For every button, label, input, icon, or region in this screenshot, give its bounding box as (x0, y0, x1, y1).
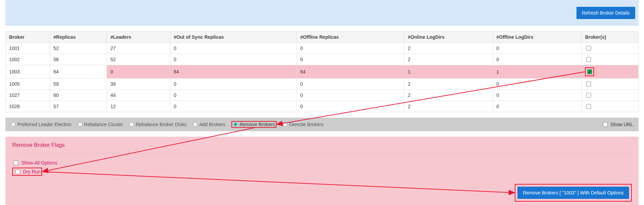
cell-broker: 1027 (6, 90, 50, 101)
radio-rebalance-cluster[interactable]: Rebalance Cluster (78, 122, 123, 127)
table-row: 100152270020 (6, 43, 639, 54)
radio-label: Preferred Leader Election (17, 122, 72, 127)
dry-run-toggle[interactable]: Dry Run (14, 168, 40, 175)
radio-label: Rebalance Broker Disks (136, 122, 187, 127)
cell-offline_logdirs: 0 (493, 79, 582, 90)
show-all-options-label: Show All Options (21, 160, 57, 166)
col-brokers-select: Broker(s) (582, 32, 639, 43)
table-row: 102760440020 (6, 90, 639, 101)
cell-replicas: 64 (50, 65, 107, 79)
flags-divider (12, 153, 632, 153)
col-out-of-sync: #Out of Sync Replicas (170, 32, 297, 43)
col-leaders: #Leaders (107, 32, 170, 43)
cell-out_of_sync: 0 (170, 101, 297, 112)
col-offline-logdirs: #Offline LogDirs (493, 32, 582, 43)
cell-broker: 1028 (6, 101, 50, 112)
cell-broker-select (582, 43, 639, 54)
cell-out_of_sync: 64 (170, 65, 297, 79)
cell-broker-select (582, 65, 639, 79)
cell-online_logdirs: 2 (404, 54, 493, 65)
radio-add-brokers[interactable]: Add Brokers (193, 122, 225, 127)
cell-broker-select (582, 79, 639, 90)
cell-replicas: 59 (50, 79, 107, 90)
show-url-label: Show URL (610, 122, 633, 127)
cell-leaders: 39 (107, 79, 170, 90)
radio-label: Demote Brokers (289, 122, 323, 127)
cell-online_logdirs: 2 (404, 101, 493, 112)
table-row: 1003640646411 (6, 65, 639, 79)
cell-replicas: 52 (50, 43, 107, 54)
cell-leaders: 0 (107, 65, 170, 79)
cell-online_logdirs: 2 (404, 79, 493, 90)
radio-label: Rebalance Cluster (84, 122, 123, 127)
remove-broker-flags-panel: Remove Broker Flags Show All Options Dry… (5, 137, 639, 205)
cell-broker: 1003 (6, 65, 50, 79)
cell-offline_replicas: 0 (297, 101, 404, 112)
cell-replicas: 57 (50, 101, 107, 112)
cell-offline_logdirs: 0 (493, 101, 582, 112)
broker-select-checkbox[interactable] (586, 93, 591, 98)
broker-select-checkbox[interactable] (586, 104, 591, 109)
cell-out_of_sync: 0 (170, 43, 297, 54)
cell-offline_logdirs: 0 (493, 43, 582, 54)
cell-online_logdirs: 2 (404, 90, 493, 101)
show-all-options-toggle[interactable]: Show All Options (12, 159, 57, 166)
action-bar: Preferred Leader Election Rebalance Clus… (5, 118, 639, 131)
col-broker: Broker (6, 32, 50, 43)
table-header-row: Broker #Replicas #Leaders #Out of Sync R… (6, 32, 639, 43)
cell-leaders: 12 (107, 101, 170, 112)
radio-preferred-leader-election[interactable]: Preferred Leader Election (11, 122, 72, 127)
refresh-broker-details-button[interactable]: Refresh Broker Details (576, 7, 635, 19)
top-bar: Refresh Broker Details (5, 0, 639, 26)
cell-offline_replicas: 64 (297, 65, 404, 79)
cell-broker: 1001 (6, 43, 50, 54)
cell-broker: 1005 (6, 79, 50, 90)
broker-select-checkbox[interactable] (586, 57, 591, 62)
table-row: 102857120020 (6, 101, 639, 112)
cell-offline_replicas: 0 (297, 54, 404, 65)
cell-online_logdirs: 2 (404, 43, 493, 54)
cell-broker: 1002 (6, 54, 50, 65)
cell-online_logdirs: 1 (404, 65, 493, 79)
col-offline-replicas: #Offline Replicas (297, 32, 404, 43)
cell-offline_logdirs: 0 (493, 54, 582, 65)
cell-broker-select (582, 54, 639, 65)
remove-brokers-submit-button[interactable]: Remove Brokers [ "1003" ] With Default O… (517, 187, 629, 199)
cell-out_of_sync: 0 (170, 54, 297, 65)
cell-out_of_sync: 0 (170, 79, 297, 90)
cell-leaders: 52 (107, 54, 170, 65)
dry-run-label: Dry Run (23, 169, 40, 174)
broker-select-checkbox[interactable] (586, 82, 591, 86)
radio-label: Remove Brokers (240, 122, 275, 127)
show-url-toggle[interactable]: Show URL (602, 121, 633, 128)
cell-leaders: 27 (107, 43, 170, 54)
radio-rebalance-broker-disks[interactable]: Rebalance Broker Disks (129, 122, 187, 127)
table-row: 100256520020 (6, 54, 639, 65)
cell-broker-select (582, 90, 639, 101)
cell-offline_logdirs: 1 (493, 65, 582, 79)
cell-broker-select (582, 101, 639, 112)
broker-table: Broker #Replicas #Leaders #Out of Sync R… (5, 31, 639, 112)
cell-offline_replicas: 0 (297, 43, 404, 54)
cell-offline_replicas: 0 (297, 79, 404, 90)
radio-demote-brokers[interactable]: Demote Brokers (283, 122, 323, 127)
cell-offline_replicas: 0 (297, 90, 404, 101)
cell-offline_logdirs: 0 (493, 90, 582, 101)
table-row: 100559390020 (6, 79, 639, 90)
radio-label: Add Brokers (199, 122, 225, 127)
cell-replicas: 56 (50, 54, 107, 65)
cell-out_of_sync: 0 (170, 90, 297, 101)
cell-replicas: 60 (50, 90, 107, 101)
cell-leaders: 44 (107, 90, 170, 101)
flags-title: Remove Broker Flags (12, 142, 632, 148)
broker-select-checkbox[interactable] (586, 46, 591, 51)
radio-remove-brokers[interactable]: Remove Brokers (233, 122, 275, 127)
broker-select-checkbox[interactable] (587, 69, 592, 74)
col-online-logdirs: #Online LogDirs (404, 32, 493, 43)
col-replicas: #Replicas (50, 32, 107, 43)
